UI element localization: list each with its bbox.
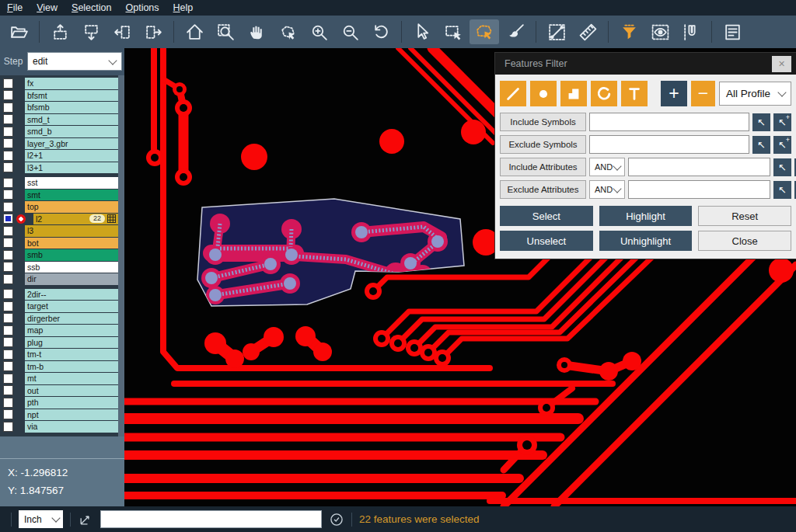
layer-cell-dir[interactable]: dir [25, 273, 118, 285]
and-or-select[interactable]: AND [589, 158, 625, 176]
layer-row-pth[interactable]: pth [0, 397, 118, 409]
pick-arrow-button[interactable]: ↖ [773, 158, 791, 176]
feature-type-button-line[interactable] [500, 81, 526, 106]
exclude-attributes-input[interactable] [628, 180, 770, 199]
toolbar-button-zoom-area[interactable] [211, 19, 240, 44]
toolbar-button-hand[interactable] [242, 19, 271, 44]
layer-checkbox-pth[interactable] [3, 398, 13, 408]
include-attributes-input[interactable] [628, 158, 770, 176]
toolbar-button-ruler[interactable] [573, 19, 602, 44]
menu-file[interactable]: File [0, 1, 30, 15]
toolbar-button-zoom-out[interactable] [335, 19, 365, 44]
layer-cell-ssb[interactable]: ssb [25, 262, 118, 273]
layer-row-map[interactable]: map [0, 325, 118, 336]
layer-row-sst[interactable]: sst [0, 177, 118, 189]
toolbar-button-home[interactable] [180, 19, 209, 44]
layer-cell-mt[interactable]: mt [25, 373, 118, 384]
toolbar-button-pan-down[interactable] [76, 19, 106, 44]
close-icon[interactable]: ✕ [772, 56, 791, 72]
layer-checkbox-sst[interactable] [3, 178, 13, 188]
layer-checkbox-via[interactable] [3, 422, 13, 432]
layer-row-l2+1[interactable]: l2+1 [0, 150, 118, 162]
pick-arrow-add-button[interactable]: ↖+ [773, 113, 791, 131]
feature-type-button-pad[interactable] [530, 81, 557, 106]
pick-arrow-button[interactable]: ↖ [752, 136, 770, 154]
toolbar-button-brush[interactable] [501, 19, 530, 44]
layer-checkbox-dirgerber[interactable] [3, 313, 13, 323]
layer-cell-npt[interactable]: npt [25, 409, 118, 421]
reset-button[interactable]: Reset [698, 206, 791, 226]
profile-select[interactable]: All Profile [719, 82, 791, 106]
layer-row-target[interactable]: target [0, 301, 118, 312]
layer-checkbox-fx[interactable] [3, 78, 13, 89]
layer-row-bfsmb[interactable]: bfsmb [0, 102, 118, 113]
layer-row-l2[interactable]: l222 [0, 214, 118, 225]
layer-cell-l2[interactable]: l222 [33, 214, 118, 225]
layer-checkbox-top[interactable] [3, 202, 13, 212]
layer-checkbox-bfsmt[interactable] [3, 90, 13, 100]
pick-arrow-button[interactable]: ↖ [752, 113, 770, 131]
layer-cell-pth[interactable]: pth [25, 397, 118, 409]
layer-row-mt[interactable]: mt [0, 373, 118, 384]
toolbar-button-zoom-in[interactable] [304, 19, 333, 44]
layer-checkbox-tm-b[interactable] [3, 361, 13, 371]
layer-checkbox-mt[interactable] [3, 374, 13, 384]
exclude-symbols-button[interactable]: Exclude Symbols [500, 135, 586, 154]
layer-row-bfsmt[interactable]: bfsmt [0, 90, 118, 102]
layer-cell-sst[interactable]: sst [25, 177, 118, 189]
layer-cell-smb[interactable]: smb [25, 249, 118, 261]
layer-checkbox-l2+1[interactable] [3, 151, 13, 161]
layer-row-tm-t[interactable]: tm-t [0, 349, 118, 360]
layer-cell-tm-t[interactable]: tm-t [25, 349, 118, 360]
toolbar-button-view-box[interactable] [645, 19, 675, 44]
pick-arrow-add-button[interactable]: ↖+ [773, 136, 791, 154]
toolbar-button-rect-select[interactable] [438, 19, 468, 44]
layer-checkbox-bot[interactable] [3, 238, 13, 248]
pick-arrow-button[interactable]: ↖ [773, 181, 791, 199]
layer-cell-bfsmb[interactable]: bfsmb [25, 102, 118, 113]
layer-checkbox-layer_3.gbr[interactable] [3, 138, 13, 148]
layer-row-bot[interactable]: bot [0, 238, 118, 249]
layer-cell-plug[interactable]: plug [25, 337, 118, 349]
layer-checkbox-l2[interactable] [3, 214, 13, 224]
menu-view[interactable]: View [30, 1, 65, 15]
layer-checkbox-npt[interactable] [3, 409, 13, 419]
include-symbols-button[interactable]: Include Symbols [500, 113, 586, 131]
layer-checkbox-smd_b[interactable] [3, 127, 13, 137]
layer-cell-fx[interactable]: fx [25, 78, 118, 89]
menu-selection[interactable]: Selection [65, 1, 118, 15]
and-or-select[interactable]: AND [589, 180, 625, 199]
layer-cell-smt[interactable]: smt [25, 190, 118, 201]
step-select[interactable]: edit [27, 52, 122, 71]
layer-row-fx[interactable]: fx [0, 78, 118, 89]
layer-row-plug[interactable]: plug [0, 337, 118, 349]
feature-type-button-text[interactable] [621, 81, 648, 106]
command-input[interactable] [100, 510, 322, 528]
toolbar-button-form[interactable] [717, 19, 747, 44]
layer-row-out[interactable]: out [0, 385, 118, 397]
toolbar-button-folder[interactable] [4, 19, 33, 44]
layer-cell-bfsmt[interactable]: bfsmt [25, 90, 118, 102]
layer-cell-smd_b[interactable]: smd_b [25, 126, 118, 137]
layer-cell-l3+1[interactable]: l3+1 [25, 162, 118, 174]
layer-checkbox-map[interactable] [3, 325, 13, 336]
remove-filter-button[interactable]: − [691, 81, 715, 106]
exclude-attributes-button[interactable]: Exclude Attributes [500, 180, 586, 199]
toolbar-button-pan-left[interactable] [107, 19, 137, 44]
layer-checkbox-ssb[interactable] [3, 262, 13, 272]
feature-type-button-surface[interactable] [560, 81, 587, 106]
toolbar-button-zoom-poly[interactable] [273, 19, 302, 44]
layer-cell-dirgerber[interactable]: dirgerber [25, 313, 118, 325]
layer-row-npt[interactable]: npt [0, 409, 118, 421]
layer-checkbox-tm-t[interactable] [3, 349, 13, 360]
layer-row-smd_b[interactable]: smd_b [0, 126, 118, 137]
toolbar-button-snap[interactable] [676, 19, 706, 44]
layer-checkbox-dir[interactable] [3, 274, 13, 284]
layer-cell-top[interactable]: top [25, 201, 118, 213]
include-symbols-input[interactable] [589, 113, 749, 131]
layer-row-via[interactable]: via [0, 421, 118, 433]
layer-cell-out[interactable]: out [25, 385, 118, 397]
layer-cell-l3[interactable]: l3 [25, 225, 118, 237]
menu-options[interactable]: Options [118, 1, 166, 15]
layer-checkbox-l3+1[interactable] [3, 162, 13, 172]
